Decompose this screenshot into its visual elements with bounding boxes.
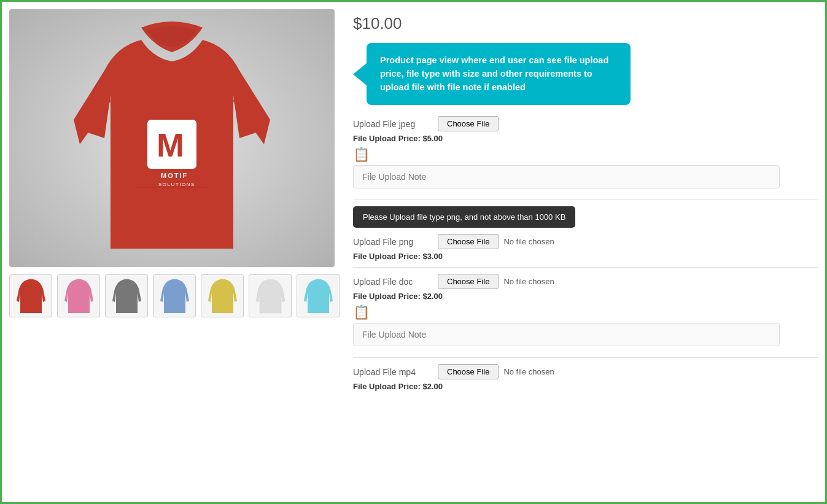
thumbnail-light-blue[interactable] bbox=[297, 274, 340, 317]
choose-file-button-doc[interactable]: Choose File bbox=[438, 274, 499, 289]
file-upload-note-jpeg[interactable] bbox=[353, 165, 780, 188]
upload-row-jpeg: Upload File jpeg Choose File bbox=[353, 116, 818, 131]
svg-text:SOLUTIONS: SOLUTIONS bbox=[158, 182, 195, 187]
upload-row-mp4: Upload File mp4 Choose File No file chos… bbox=[353, 364, 818, 379]
no-file-text-png: No file chosen bbox=[503, 237, 554, 246]
no-file-text-doc: No file chosen bbox=[503, 277, 554, 286]
choose-file-button-mp4[interactable]: Choose File bbox=[438, 364, 499, 379]
thumbnail-grid bbox=[9, 274, 341, 317]
upload-section-mp4: Upload File mp4 Choose File No file chos… bbox=[353, 364, 818, 391]
tooltip-png: Please Upload file type png, and not abo… bbox=[353, 206, 575, 228]
upload-label-png: Upload File png bbox=[353, 237, 433, 247]
product-price: $10.00 bbox=[353, 14, 818, 33]
choose-file-button-jpeg[interactable]: Choose File bbox=[438, 116, 499, 131]
thumbnail-white[interactable] bbox=[249, 274, 292, 317]
svg-text:MOTIF: MOTIF bbox=[161, 172, 188, 179]
upload-price-mp4: File Upload Price: $2.00 bbox=[353, 382, 818, 391]
callout-bubble: Product page view where end user can see… bbox=[367, 43, 631, 105]
upload-row-png: Upload File png Choose File No file chos… bbox=[353, 234, 818, 249]
upload-row-doc: Upload File doc Choose File No file chos… bbox=[353, 274, 818, 289]
upload-price-jpeg: File Upload Price: $5.00 bbox=[353, 134, 818, 143]
hoodie-svg: M MOTIF SOLUTIONS bbox=[68, 21, 276, 255]
thumbnail-pink[interactable] bbox=[57, 274, 100, 317]
upload-label-jpeg: Upload File jpeg bbox=[353, 119, 433, 129]
svg-text:M: M bbox=[157, 126, 184, 163]
upload-price-png: File Upload Price: $3.00 bbox=[353, 252, 818, 261]
upload-section-jpeg: Upload File jpeg Choose File File Upload… bbox=[353, 116, 818, 193]
right-panel: $10.00 Product page view where end user … bbox=[353, 9, 818, 400]
left-panel: M MOTIF SOLUTIONS bbox=[9, 9, 341, 400]
thumbnail-yellow[interactable] bbox=[201, 274, 244, 317]
note-icon-doc[interactable]: 📋 bbox=[353, 304, 818, 320]
no-file-text-mp4: No file chosen bbox=[503, 367, 554, 376]
choose-file-button-png[interactable]: Choose File bbox=[438, 234, 499, 249]
upload-section-doc: Upload File doc Choose File No file chos… bbox=[353, 274, 818, 351]
thumbnail-blue[interactable] bbox=[153, 274, 196, 317]
thumbnail-red[interactable] bbox=[9, 274, 52, 317]
upload-label-mp4: Upload File mp4 bbox=[353, 367, 433, 377]
note-icon-jpeg[interactable]: 📋 bbox=[353, 147, 818, 163]
upload-price-doc: File Upload Price: $2.00 bbox=[353, 292, 818, 301]
main-product-image: M MOTIF SOLUTIONS bbox=[9, 9, 335, 267]
thumbnail-gray[interactable] bbox=[105, 274, 148, 317]
upload-label-doc: Upload File doc bbox=[353, 277, 433, 287]
upload-section-png: Upload File png Choose File No file chos… bbox=[353, 234, 818, 261]
file-upload-note-doc[interactable] bbox=[353, 323, 780, 346]
